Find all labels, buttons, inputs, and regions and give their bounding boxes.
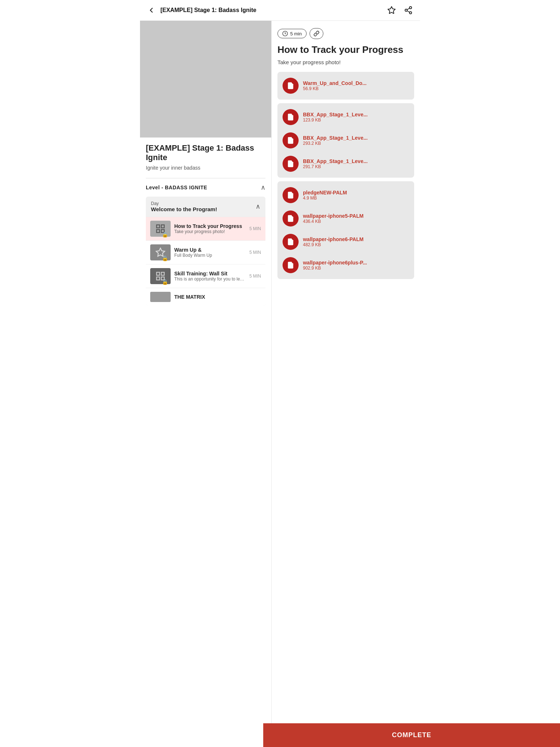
svg-rect-7: [161, 225, 164, 228]
lesson-info: Skill Training: Wall Sit This is an oppo…: [174, 271, 246, 282]
course-info: [EXAMPLE] Stage 1: Badass Ignite Ignite …: [140, 138, 271, 314]
back-button[interactable]: [146, 5, 157, 16]
left-column: [EXAMPLE] Stage 1: Badass Ignite Ignite …: [140, 21, 272, 747]
file-name: wallpaper-iphone6-PALM: [303, 236, 409, 242]
svg-rect-8: [157, 229, 160, 232]
day-section: Day Welcome to the Program! ∧: [146, 197, 265, 306]
file-item[interactable]: wallpaper-iphone5-PALM 436.4 KB: [280, 207, 412, 230]
file-group: Warm_Up_and_Cool_Do... 56.9 KB: [277, 72, 414, 100]
content-title: How to Track your Progress: [277, 44, 414, 55]
file-size: 482.9 KB: [303, 242, 409, 247]
svg-line-4: [407, 11, 410, 12]
file-info: BBX_App_Stage_1_Leve... 123.9 KB: [303, 112, 409, 123]
lesson-info: How to Track your Progress Take your pro…: [174, 223, 246, 234]
file-name: wallpaper-iphone5-PALM: [303, 213, 409, 219]
level-chevron-icon: ∧: [261, 183, 265, 191]
svg-rect-6: [157, 225, 160, 228]
course-subtitle: Ignite your inner badass: [146, 165, 265, 171]
file-icon: [283, 234, 299, 250]
lesson-duration: 5 MIN: [249, 274, 261, 279]
matrix-item[interactable]: THE MATRIX: [146, 288, 265, 306]
file-info: BBX_App_Stage_1_Leve... 291.7 KB: [303, 158, 409, 169]
file-info: BBX_App_Stage_1_Leve... 293.2 KB: [303, 135, 409, 146]
content-desc: Take your progress photo!: [277, 59, 414, 65]
file-name: Warm_Up_and_Cool_Do...: [303, 80, 409, 86]
course-thumbnail: [140, 21, 271, 138]
header-title: [EXAMPLE] Stage 1: Badass Ignite: [160, 7, 256, 13]
day-title: Welcome to the Program!: [151, 206, 217, 212]
lesson-desc: This is an opportunity for you to learn …: [174, 276, 246, 282]
file-icon: [283, 210, 299, 227]
lesson-name: Warm Up &: [174, 247, 246, 253]
time-badge: 5 min: [277, 29, 307, 38]
lesson-desc: Full Body Warm Up: [174, 253, 246, 258]
lesson-info: Warm Up & Full Body Warm Up: [174, 247, 246, 258]
file-info: wallpaper-iphone6plus-P... 902.9 KB: [303, 260, 409, 271]
lesson-duration: 5 MIN: [249, 226, 261, 231]
file-item[interactable]: pledgeNEW-PALM 4.9 MB: [280, 183, 412, 207]
lesson-desc: Take your progress photo!: [174, 229, 246, 234]
lock-icon: 🔒: [162, 279, 168, 285]
file-name: BBX_App_Stage_1_Leve...: [303, 135, 409, 141]
share-button[interactable]: [402, 4, 414, 16]
file-item[interactable]: wallpaper-iphone6plus-P... 902.9 KB: [280, 253, 412, 277]
file-info: Warm_Up_and_Cool_Do... 56.9 KB: [303, 80, 409, 91]
level-header[interactable]: Level - BADASS IGNITE ∧: [146, 178, 265, 197]
header-left: [EXAMPLE] Stage 1: Badass Ignite: [146, 5, 256, 16]
file-group: pledgeNEW-PALM 4.9 MB wallpaper-iphone5-…: [277, 181, 414, 279]
time-label: 5 min: [290, 31, 302, 36]
favorite-button[interactable]: [386, 4, 397, 16]
file-item[interactable]: Warm_Up_and_Cool_Do... 56.9 KB: [280, 74, 412, 97]
link-badge[interactable]: [310, 28, 323, 39]
complete-button[interactable]: COMPLETE: [263, 723, 420, 747]
svg-rect-12: [161, 272, 164, 275]
file-icon: [283, 78, 299, 94]
file-icon: [283, 132, 299, 148]
day-label: Day: [151, 201, 217, 206]
lock-icon: 🔒: [162, 255, 168, 261]
file-size: 291.7 KB: [303, 164, 409, 169]
lesson-name: How to Track your Progress: [174, 223, 246, 229]
matrix-label: THE MATRIX: [174, 294, 205, 300]
file-icon: [283, 187, 299, 203]
file-name: BBX_App_Stage_1_Leve...: [303, 158, 409, 164]
file-info: wallpaper-iphone6-PALM 482.9 KB: [303, 236, 409, 247]
main-layout: [EXAMPLE] Stage 1: Badass Ignite Ignite …: [140, 21, 420, 747]
file-item[interactable]: BBX_App_Stage_1_Leve... 293.2 KB: [280, 129, 412, 152]
file-size: 902.9 KB: [303, 266, 409, 271]
lesson-name: Skill Training: Wall Sit: [174, 271, 246, 276]
file-item[interactable]: BBX_App_Stage_1_Leve... 123.9 KB: [280, 105, 412, 129]
level-section: Level - BADASS IGNITE ∧ Day Welcome to t…: [146, 178, 265, 306]
header-right: [386, 4, 414, 16]
right-column: 5 min How to Track your Progress Take yo…: [272, 21, 420, 747]
matrix-thumbnail: [150, 292, 171, 302]
file-name: pledgeNEW-PALM: [303, 190, 409, 196]
file-size: 293.2 KB: [303, 141, 409, 146]
file-size: 123.9 KB: [303, 117, 409, 123]
file-group: BBX_App_Stage_1_Leve... 123.9 KB BBX_App…: [277, 103, 414, 178]
level-label: Level - BADASS IGNITE: [146, 185, 207, 190]
day-header[interactable]: Day Welcome to the Program! ∧: [146, 197, 265, 217]
lesson-item[interactable]: 🔒 Skill Training: Wall Sit This is an op…: [146, 264, 265, 288]
file-icon: [283, 156, 299, 172]
file-item[interactable]: BBX_App_Stage_1_Leve... 291.7 KB: [280, 152, 412, 175]
file-info: pledgeNEW-PALM 4.9 MB: [303, 190, 409, 201]
file-size: 436.4 KB: [303, 219, 409, 224]
header: [EXAMPLE] Stage 1: Badass Ignite: [140, 0, 420, 21]
file-icon: [283, 109, 299, 125]
file-info: wallpaper-iphone5-PALM 436.4 KB: [303, 213, 409, 224]
file-name: BBX_App_Stage_1_Leve...: [303, 112, 409, 117]
meta-row: 5 min: [277, 28, 414, 39]
file-item[interactable]: wallpaper-iphone6-PALM 482.9 KB: [280, 230, 412, 253]
svg-marker-0: [388, 7, 395, 13]
lesson-item[interactable]: 🔒 How to Track your Progress Take your p…: [146, 217, 265, 240]
file-size: 4.9 MB: [303, 196, 409, 201]
lesson-item[interactable]: 🔒 Warm Up & Full Body Warm Up 5 MIN: [146, 240, 265, 264]
file-icon: [283, 257, 299, 273]
svg-rect-13: [157, 277, 160, 280]
file-size: 56.9 KB: [303, 86, 409, 91]
day-chevron-icon: ∧: [256, 202, 260, 210]
day-info: Day Welcome to the Program!: [151, 201, 217, 212]
svg-rect-11: [157, 272, 160, 275]
course-title: [EXAMPLE] Stage 1: Badass Ignite: [146, 143, 265, 163]
